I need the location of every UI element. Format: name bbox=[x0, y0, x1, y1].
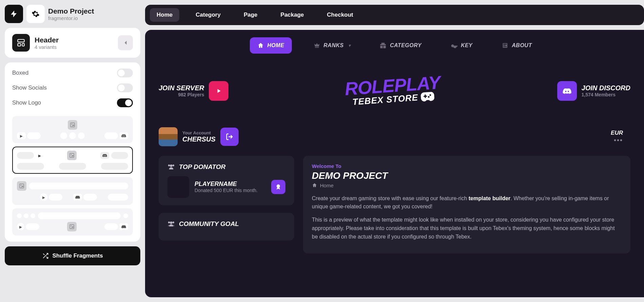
section-subtitle: 4 variants bbox=[35, 44, 59, 50]
toggle-logo[interactable] bbox=[117, 98, 133, 107]
svg-rect-2 bbox=[22, 43, 24, 46]
join-discord-button[interactable] bbox=[557, 81, 577, 101]
join-server-button[interactable] bbox=[209, 81, 228, 101]
image-icon bbox=[67, 222, 77, 231]
project-subtitle: fragmentor.io bbox=[48, 15, 94, 21]
community-goal-card: COMMUNITY GOAL bbox=[159, 213, 294, 241]
join-server-count: 982 Players bbox=[159, 92, 204, 97]
discord-icon bbox=[100, 152, 109, 159]
users-icon bbox=[167, 163, 175, 171]
image-icon bbox=[17, 181, 26, 191]
logout-button[interactable] bbox=[220, 128, 239, 146]
crown-icon bbox=[314, 42, 320, 49]
donator-name: PLAYERNAME bbox=[195, 181, 258, 188]
image-icon bbox=[68, 120, 77, 130]
layout-icon bbox=[17, 38, 25, 47]
nav-home[interactable]: HOME bbox=[250, 37, 292, 54]
section-title: Header bbox=[35, 36, 59, 44]
setting-socials-label: Show Socials bbox=[12, 84, 47, 91]
account-label: Your Account bbox=[182, 130, 216, 135]
tab-home[interactable]: Home bbox=[150, 8, 179, 22]
nav-ranks[interactable]: RANKS ▾ bbox=[306, 37, 358, 54]
chevron-down-icon: ▾ bbox=[348, 43, 351, 48]
svg-point-11 bbox=[277, 184, 280, 188]
join-discord-count: 1,574 Members bbox=[582, 92, 630, 97]
store-logo: ROLEPLAY TEBEX STORE bbox=[344, 74, 442, 108]
welcome-card: Welcome To DEMO PROJECT Home Create your… bbox=[303, 156, 630, 253]
variant-2[interactable]: ▸ bbox=[12, 147, 133, 174]
gamepad-icon bbox=[420, 91, 435, 102]
section-icon bbox=[12, 34, 30, 52]
home-icon bbox=[257, 42, 264, 49]
join-discord-title: JOIN DISCORD bbox=[582, 84, 630, 92]
discord-icon bbox=[119, 132, 128, 139]
welcome-p2: This is a preview of what the template m… bbox=[312, 216, 622, 241]
play-icon bbox=[215, 88, 222, 94]
nav-about[interactable]: ABOUT bbox=[494, 37, 539, 54]
svg-rect-3 bbox=[71, 123, 75, 127]
bolt-icon bbox=[10, 10, 18, 18]
preview-tabs: Home Category Page Package Checkout bbox=[145, 5, 644, 25]
image-icon bbox=[67, 151, 77, 160]
welcome-label: Welcome To bbox=[312, 163, 622, 169]
svg-rect-1 bbox=[18, 43, 21, 46]
svg-rect-7 bbox=[20, 184, 24, 188]
tab-checkout[interactable]: Checkout bbox=[320, 8, 360, 22]
gear-icon bbox=[32, 10, 40, 18]
variant-4[interactable]: ▸ bbox=[12, 208, 133, 235]
tab-page[interactable]: Page bbox=[237, 8, 264, 22]
project-title: Demo Project bbox=[48, 7, 94, 15]
collapse-button[interactable] bbox=[118, 35, 133, 50]
preview-frame: HOME RANKS ▾ CATEGORY bbox=[145, 30, 644, 297]
donator-amount: Donated 500 EUR this month. bbox=[195, 188, 258, 193]
chevron-left-icon bbox=[124, 40, 127, 45]
currency-selector[interactable]: EUR ••• bbox=[603, 125, 630, 149]
tab-category[interactable]: Category bbox=[189, 8, 227, 22]
variant-1[interactable]: ▸ bbox=[12, 116, 133, 143]
play-icon: ▸ bbox=[17, 223, 24, 230]
breadcrumb[interactable]: Home bbox=[312, 183, 622, 188]
tab-package[interactable]: Package bbox=[274, 8, 311, 22]
discord-icon bbox=[119, 223, 128, 230]
setting-boxed-label: Boxed bbox=[12, 70, 28, 76]
shuffle-icon bbox=[42, 252, 49, 259]
svg-point-4 bbox=[72, 124, 73, 125]
news-icon bbox=[502, 42, 508, 49]
discord-icon bbox=[563, 87, 571, 95]
nav-category[interactable]: CATEGORY bbox=[372, 37, 429, 54]
join-server-title: JOIN SERVER bbox=[159, 84, 204, 92]
shuffle-label: Shuffle Fragments bbox=[52, 252, 103, 259]
nav-key[interactable]: KEY bbox=[443, 37, 480, 54]
more-icon: ••• bbox=[611, 136, 623, 144]
home-icon bbox=[312, 183, 317, 188]
key-icon bbox=[451, 42, 458, 49]
settings-button[interactable] bbox=[26, 5, 45, 23]
medal-icon bbox=[275, 184, 282, 190]
toggle-boxed[interactable] bbox=[117, 69, 133, 77]
svg-point-8 bbox=[21, 185, 22, 186]
toggle-socials[interactable] bbox=[117, 83, 133, 92]
group-icon bbox=[167, 220, 175, 228]
discord-icon bbox=[73, 194, 82, 201]
top-donator-card: TOP DONATOR PLAYERNAME Donated 500 EUR t… bbox=[159, 156, 294, 205]
svg-point-10 bbox=[71, 226, 72, 227]
donator-avatar bbox=[167, 176, 189, 198]
play-icon: ▸ bbox=[40, 193, 47, 201]
account-name: CHERSUS bbox=[182, 135, 216, 143]
play-icon: ▸ bbox=[36, 152, 43, 159]
svg-rect-9 bbox=[70, 225, 74, 229]
shuffle-button[interactable]: Shuffle Fragments bbox=[5, 246, 140, 265]
welcome-p1: Create your dream gaming store with ease… bbox=[312, 194, 622, 211]
play-icon: ▸ bbox=[17, 132, 26, 139]
logout-icon bbox=[226, 133, 233, 140]
svg-point-6 bbox=[71, 154, 72, 155]
avatar bbox=[159, 127, 178, 146]
svg-rect-5 bbox=[70, 153, 74, 157]
gift-icon bbox=[380, 42, 386, 49]
welcome-title: DEMO PROJECT bbox=[312, 170, 622, 181]
svg-rect-0 bbox=[18, 39, 24, 42]
setting-logo-label: Show Logo bbox=[12, 99, 41, 106]
medal-badge bbox=[271, 180, 285, 194]
app-logo[interactable] bbox=[5, 5, 23, 23]
variant-3[interactable]: ▸ bbox=[12, 177, 133, 205]
